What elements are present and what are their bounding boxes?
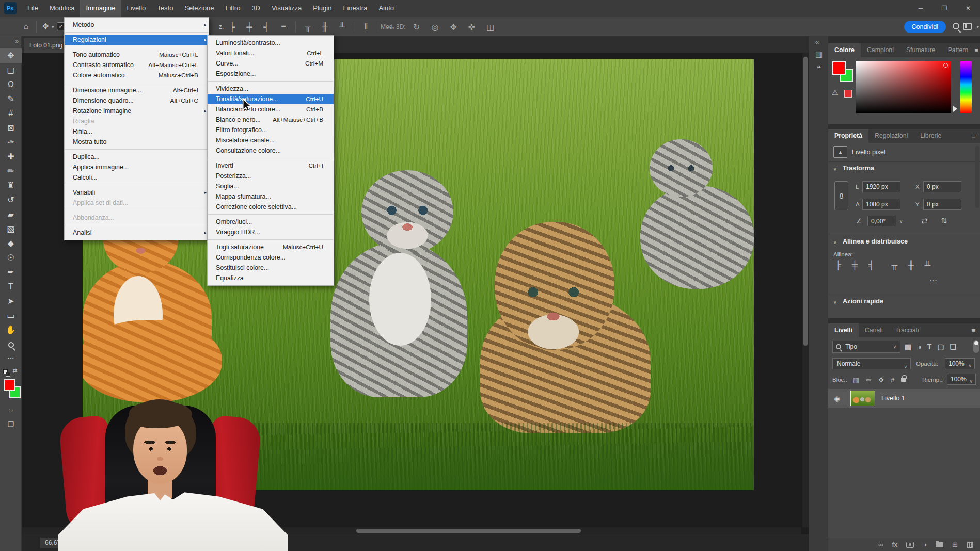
history-brush-tool[interactable]: ↺ [0,193,22,207]
quick-selection-tool[interactable]: ✎ [0,92,22,106]
menu-item[interactable]: Inverti Ctrl+I ▸ [208,160,334,171]
menubar-item[interactable]: Livello [121,0,151,17]
menu-item[interactable]: Miscelatore canale... ▸ [208,135,334,145]
menu-item[interactable]: Mappa sfumatura... ▸ [208,191,334,202]
panel-menu-icon[interactable]: ≡ [971,323,980,337]
collapse-section-icon[interactable]: ∨ [833,240,837,245]
search-icon[interactable] [953,23,959,29]
filter-adjustment-layers-icon[interactable]: ◑ [917,343,921,351]
menu-item[interactable]: Filtro fotografico... ▸ [208,125,334,135]
menu-item[interactable]: Equalizza ▸ [208,273,334,283]
swap-colors-control[interactable]: ⇄ [3,367,19,377]
smudge-tool[interactable]: ☉ [0,251,22,265]
menu-item[interactable]: Valori tonali... Ctrl+L ▸ [208,48,334,58]
3d-pan-icon[interactable]: ✥ [450,22,456,32]
gamut-warning-swatch[interactable] [844,90,852,98]
menu-item[interactable]: Rotazione immagine ▸ [65,106,209,116]
filter-shape-layers-icon[interactable]: ▢ [937,343,944,351]
menu-item[interactable]: Contrasto automatico Alt+Maiusc+Ctrl+L ▸ [65,60,209,70]
chevron-down-icon[interactable]: ∨ [899,219,903,224]
layer-row[interactable]: ◉ Livello 1 [828,389,980,408]
screen-mode-icon[interactable]: ❐ [0,420,22,428]
align-horizontal-centers-icon[interactable]: ╪ [244,22,255,31]
layer-thumbnail[interactable] [850,391,875,406]
panel-menu-icon[interactable]: ≡ [971,129,980,143]
clone-stamp-tool[interactable]: ♜ [0,179,22,193]
quick-mask-icon[interactable]: ◌ [0,406,22,414]
filter-type-layers-icon[interactable]: T [927,343,932,351]
new-group-icon[interactable] [936,542,943,547]
close-icon[interactable]: ✕ [956,0,980,17]
frame-tool[interactable]: ⊠ [0,121,22,135]
menu-item[interactable]: Bilanciamento colore... Ctrl+B ▸ [208,104,334,115]
new-layer-icon[interactable]: ⊞ [952,541,958,548]
menu-item[interactable]: Correzione colore selettiva... ▸ [208,202,334,212]
eyedropper-tool[interactable]: ✑ [0,135,22,150]
align-justify-icon[interactable]: ≡ [278,22,289,31]
menu-item[interactable]: Curve... Ctrl+M ▸ [208,58,334,69]
foreground-color-swatch[interactable] [4,379,15,391]
zoom-tool[interactable] [0,337,22,352]
angle-field[interactable] [867,216,896,226]
menu-item[interactable]: Bianco e nero... Alt+Maiusc+Ctrl+B ▸ [208,115,334,125]
home-icon[interactable]: ⌂ [24,22,28,30]
distribute-icon[interactable]: ‖ [361,22,371,31]
3d-camera-icon[interactable]: ◫ [486,22,494,32]
crop-tool[interactable]: # [0,106,22,121]
menu-item[interactable]: Viraggio HDR... ▸ [208,227,334,237]
collapse-panels-icon[interactable]: « [815,38,819,46]
menu-item[interactable]: Mostra tutto ▸ [65,137,209,147]
layer-filter-dropdown[interactable]: Tipo ∨ [832,341,900,353]
menu-item[interactable]: Vividezza... ▸ [208,84,334,94]
comments-panel-icon[interactable]: ❝ [817,64,821,73]
menu-item[interactable]: Variabili ▸ [65,187,209,198]
expand-toolbar-icon[interactable]: » [15,38,19,45]
panel-tab[interactable]: Tracciati [889,323,925,337]
align-vertical-centers-icon[interactable]: ╫ [906,261,916,270]
more-tools-icon[interactable]: ⋯ [0,354,22,362]
hue-slider[interactable] [960,61,972,113]
pen-tool[interactable]: ✒ [0,265,22,280]
spot-healing-brush-tool[interactable]: ✚ [0,150,22,164]
menubar-item[interactable]: Aiuto [373,0,400,17]
align-top-edges-icon[interactable]: ╥ [890,261,899,270]
panel-tab[interactable]: Sfumature [900,43,942,57]
filter-pixel-layers-icon[interactable]: ▦ [905,343,911,351]
menu-item[interactable]: Luminosità/contrasto... ▸ [208,38,334,48]
layer-visibility-icon[interactable]: ◉ [828,395,846,402]
menu-item[interactable]: Dimensione immagine... Alt+Ctrl+I ▸ [65,85,209,95]
lock-image-pixels-icon[interactable]: ✏ [866,376,872,384]
3d-roll-icon[interactable]: ◎ [431,22,438,32]
menu-item[interactable]: Ombre/luci... ▸ [208,217,334,227]
opacity-field[interactable]: 100% ∨ [945,358,975,369]
lasso-tool[interactable]: Ω [0,77,22,92]
menu-item[interactable]: Abbondanza... ▸ [65,213,209,223]
menubar-item[interactable]: Finestra [337,0,373,17]
path-selection-tool[interactable]: ➤ [0,294,22,309]
flip-vertical-icon[interactable]: ⇅ [941,216,947,225]
blend-mode-dropdown[interactable]: Normale ∨ [832,358,911,369]
menu-item[interactable]: Togli saturazione Maiusc+Ctrl+U ▸ [208,242,334,252]
align-right-edges-icon[interactable]: ╡ [866,261,876,270]
more-options-icon[interactable]: ⋯ [929,276,937,285]
flip-horizontal-icon[interactable]: ⇄ [921,216,928,225]
chevron-down-icon[interactable]: ▾ [52,24,54,29]
align-horizontal-centers-icon[interactable]: ╪ [850,261,860,270]
menu-item[interactable]: Ritaglia ▸ [65,116,209,126]
lock-position-icon[interactable]: ✥ [878,376,884,384]
fill-field[interactable]: 100% ∨ [947,374,976,385]
width-field[interactable] [862,181,900,192]
menu-item[interactable]: Duplica... ▸ [65,152,209,162]
share-button[interactable]: Condividi [904,21,946,33]
filter-smart-objects-icon[interactable]: ❏ [950,343,957,351]
panel-tab[interactable]: Pattern [942,43,975,57]
menu-item[interactable]: Dimensione quadro... Alt+Ctrl+C ▸ [65,95,209,106]
menubar-item[interactable]: Immagine [80,0,121,17]
maximize-icon[interactable]: ❐ [932,0,956,17]
panel-tab[interactable]: Canali [859,323,889,337]
menu-item[interactable]: Regolazioni ▸ [65,35,209,45]
collapse-section-icon[interactable]: ∨ [833,300,837,305]
lock-artboard-icon[interactable]: # [891,376,894,384]
workspace-switcher-icon[interactable] [963,23,972,30]
hand-tool[interactable]: ✋ [0,323,22,337]
